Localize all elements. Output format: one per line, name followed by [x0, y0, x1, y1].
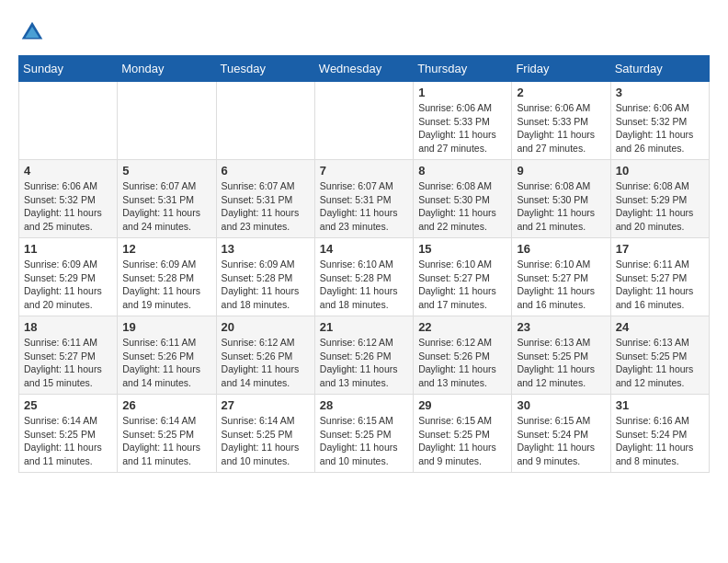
day-content: Sunrise: 6:11 AM Sunset: 5:27 PM Dayligh…: [24, 336, 112, 390]
day-content: Sunrise: 6:07 AM Sunset: 5:31 PM Dayligh…: [222, 179, 310, 234]
day-number: 31: [616, 398, 704, 412]
day-number: 19: [122, 320, 210, 334]
day-number: 30: [517, 398, 605, 412]
week-row-5: 25Sunrise: 6:14 AM Sunset: 5:25 PM Dayli…: [19, 395, 710, 473]
calendar-cell: 31Sunrise: 6:16 AM Sunset: 5:24 PM Dayli…: [610, 395, 709, 473]
calendar-cell: 25Sunrise: 6:14 AM Sunset: 5:25 PM Dayli…: [19, 395, 118, 473]
calendar-cell: 3Sunrise: 6:06 AM Sunset: 5:32 PM Daylig…: [610, 82, 709, 160]
day-number: 14: [320, 242, 408, 256]
header-thursday: Thursday: [414, 56, 512, 82]
header-wednesday: Wednesday: [314, 56, 413, 82]
day-number: 5: [122, 164, 210, 178]
day-number: 13: [222, 242, 310, 256]
day-content: Sunrise: 6:13 AM Sunset: 5:25 PM Dayligh…: [616, 336, 704, 390]
day-content: Sunrise: 6:15 AM Sunset: 5:24 PM Dayligh…: [517, 414, 605, 468]
day-number: 26: [122, 398, 210, 412]
day-number: 17: [616, 242, 704, 256]
day-content: Sunrise: 6:12 AM Sunset: 5:26 PM Dayligh…: [418, 336, 506, 390]
day-number: 18: [24, 320, 112, 334]
calendar-cell: 18Sunrise: 6:11 AM Sunset: 5:27 PM Dayli…: [19, 316, 118, 395]
day-number: 24: [616, 320, 704, 334]
calendar-cell: 28Sunrise: 6:15 AM Sunset: 5:25 PM Dayli…: [314, 395, 413, 473]
calendar-cell: 30Sunrise: 6:15 AM Sunset: 5:24 PM Dayli…: [512, 395, 610, 473]
day-content: Sunrise: 6:14 AM Sunset: 5:25 PM Dayligh…: [122, 414, 210, 468]
calendar-cell: 8Sunrise: 6:08 AM Sunset: 5:30 PM Daylig…: [414, 160, 512, 238]
day-content: Sunrise: 6:09 AM Sunset: 5:28 PM Dayligh…: [122, 258, 210, 312]
week-row-4: 18Sunrise: 6:11 AM Sunset: 5:27 PM Dayli…: [19, 316, 710, 395]
day-number: 1: [418, 86, 506, 99]
day-content: Sunrise: 6:06 AM Sunset: 5:33 PM Dayligh…: [418, 101, 506, 155]
calendar-cell: [216, 82, 314, 160]
week-row-1: 1Sunrise: 6:06 AM Sunset: 5:33 PM Daylig…: [19, 82, 710, 160]
day-content: Sunrise: 6:13 AM Sunset: 5:25 PM Dayligh…: [517, 336, 605, 390]
day-content: Sunrise: 6:15 AM Sunset: 5:25 PM Dayligh…: [320, 414, 408, 468]
calendar-cell: 19Sunrise: 6:11 AM Sunset: 5:26 PM Dayli…: [118, 316, 216, 395]
day-number: 23: [517, 320, 605, 334]
day-content: Sunrise: 6:06 AM Sunset: 5:32 PM Dayligh…: [616, 101, 704, 155]
day-content: Sunrise: 6:07 AM Sunset: 5:31 PM Dayligh…: [122, 179, 210, 234]
logo: [18, 18, 50, 46]
day-number: 25: [24, 398, 112, 412]
calendar-cell: 24Sunrise: 6:13 AM Sunset: 5:25 PM Dayli…: [610, 316, 709, 395]
calendar-table: SundayMondayTuesdayWednesdayThursdayFrid…: [18, 55, 710, 473]
calendar-cell: 20Sunrise: 6:12 AM Sunset: 5:26 PM Dayli…: [216, 316, 314, 395]
header-sunday: Sunday: [19, 56, 118, 82]
calendar-cell: 11Sunrise: 6:09 AM Sunset: 5:29 PM Dayli…: [19, 238, 118, 316]
calendar-cell: 10Sunrise: 6:08 AM Sunset: 5:29 PM Dayli…: [610, 160, 709, 238]
day-content: Sunrise: 6:08 AM Sunset: 5:29 PM Dayligh…: [616, 179, 704, 234]
day-number: 12: [122, 242, 210, 256]
day-number: 11: [24, 242, 112, 256]
day-content: Sunrise: 6:12 AM Sunset: 5:26 PM Dayligh…: [222, 336, 310, 390]
day-content: Sunrise: 6:09 AM Sunset: 5:28 PM Dayligh…: [222, 258, 310, 312]
header-monday: Monday: [118, 56, 216, 82]
calendar-cell: 1Sunrise: 6:06 AM Sunset: 5:33 PM Daylig…: [414, 82, 512, 160]
calendar-cell: [118, 82, 216, 160]
calendar-cell: 12Sunrise: 6:09 AM Sunset: 5:28 PM Dayli…: [118, 238, 216, 316]
day-number: 6: [222, 164, 310, 178]
day-number: 15: [418, 242, 506, 256]
day-content: Sunrise: 6:11 AM Sunset: 5:27 PM Dayligh…: [616, 258, 704, 312]
day-content: Sunrise: 6:14 AM Sunset: 5:25 PM Dayligh…: [222, 414, 310, 468]
day-number: 8: [418, 164, 506, 178]
day-content: Sunrise: 6:06 AM Sunset: 5:33 PM Dayligh…: [517, 101, 605, 155]
days-header-row: SundayMondayTuesdayWednesdayThursdayFrid…: [19, 56, 710, 82]
day-content: Sunrise: 6:09 AM Sunset: 5:29 PM Dayligh…: [24, 258, 112, 312]
calendar-cell: 26Sunrise: 6:14 AM Sunset: 5:25 PM Dayli…: [118, 395, 216, 473]
week-row-2: 4Sunrise: 6:06 AM Sunset: 5:32 PM Daylig…: [19, 160, 710, 238]
day-content: Sunrise: 6:15 AM Sunset: 5:25 PM Dayligh…: [418, 414, 506, 468]
day-number: 20: [222, 320, 310, 334]
calendar-cell: 2Sunrise: 6:06 AM Sunset: 5:33 PM Daylig…: [512, 82, 610, 160]
calendar-cell: 16Sunrise: 6:10 AM Sunset: 5:27 PM Dayli…: [512, 238, 610, 316]
calendar-cell: [314, 82, 413, 160]
calendar-cell: 5Sunrise: 6:07 AM Sunset: 5:31 PM Daylig…: [118, 160, 216, 238]
header-tuesday: Tuesday: [216, 56, 314, 82]
day-number: 27: [222, 398, 310, 412]
calendar-cell: 14Sunrise: 6:10 AM Sunset: 5:28 PM Dayli…: [314, 238, 413, 316]
header: [18, 18, 710, 46]
calendar-cell: 7Sunrise: 6:07 AM Sunset: 5:31 PM Daylig…: [314, 160, 413, 238]
day-number: 22: [418, 320, 506, 334]
day-number: 7: [320, 164, 408, 178]
calendar-cell: 29Sunrise: 6:15 AM Sunset: 5:25 PM Dayli…: [414, 395, 512, 473]
day-content: Sunrise: 6:08 AM Sunset: 5:30 PM Dayligh…: [418, 179, 506, 234]
calendar-cell: 4Sunrise: 6:06 AM Sunset: 5:32 PM Daylig…: [19, 160, 118, 238]
calendar-cell: 15Sunrise: 6:10 AM Sunset: 5:27 PM Dayli…: [414, 238, 512, 316]
day-number: 29: [418, 398, 506, 412]
day-number: 3: [616, 86, 704, 99]
calendar-cell: 21Sunrise: 6:12 AM Sunset: 5:26 PM Dayli…: [314, 316, 413, 395]
day-content: Sunrise: 6:06 AM Sunset: 5:32 PM Dayligh…: [24, 179, 112, 234]
day-content: Sunrise: 6:10 AM Sunset: 5:27 PM Dayligh…: [418, 258, 506, 312]
day-number: 9: [517, 164, 605, 178]
day-content: Sunrise: 6:11 AM Sunset: 5:26 PM Dayligh…: [122, 336, 210, 390]
calendar-cell: 9Sunrise: 6:08 AM Sunset: 5:30 PM Daylig…: [512, 160, 610, 238]
day-number: 4: [24, 164, 112, 178]
day-number: 16: [517, 242, 605, 256]
calendar-cell: 17Sunrise: 6:11 AM Sunset: 5:27 PM Dayli…: [610, 238, 709, 316]
calendar-cell: 6Sunrise: 6:07 AM Sunset: 5:31 PM Daylig…: [216, 160, 314, 238]
header-friday: Friday: [512, 56, 610, 82]
day-content: Sunrise: 6:12 AM Sunset: 5:26 PM Dayligh…: [320, 336, 408, 390]
day-content: Sunrise: 6:08 AM Sunset: 5:30 PM Dayligh…: [517, 179, 605, 234]
day-content: Sunrise: 6:10 AM Sunset: 5:28 PM Dayligh…: [320, 258, 408, 312]
day-number: 28: [320, 398, 408, 412]
day-content: Sunrise: 6:14 AM Sunset: 5:25 PM Dayligh…: [24, 414, 112, 468]
